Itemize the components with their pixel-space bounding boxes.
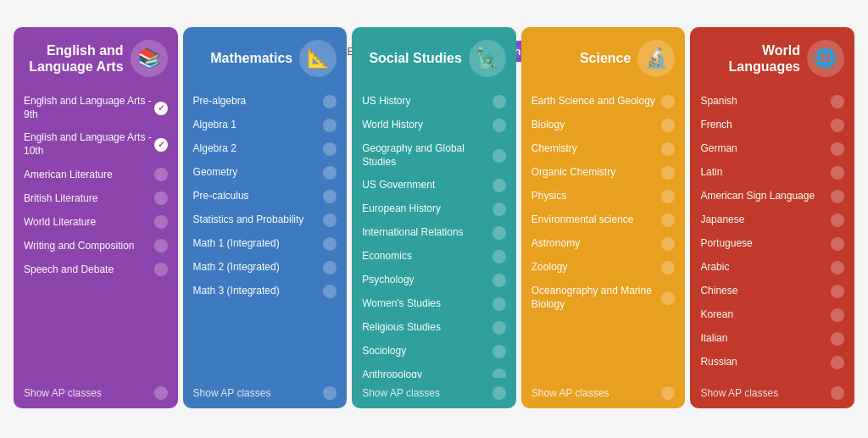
item-checkbox[interactable] bbox=[323, 166, 337, 180]
subject-item[interactable]: Spanish bbox=[690, 90, 854, 114]
item-checkbox[interactable] bbox=[831, 308, 844, 322]
subject-item[interactable]: English and Language Arts - 9th bbox=[14, 90, 178, 126]
item-checkbox[interactable] bbox=[323, 119, 337, 132]
item-checkbox[interactable] bbox=[323, 261, 337, 274]
subject-item[interactable]: Pre-algebra bbox=[183, 90, 348, 114]
subject-item[interactable]: Algebra 1 bbox=[183, 114, 348, 137]
ap-checkbox[interactable] bbox=[323, 386, 337, 400]
subject-item[interactable]: Anthropology bbox=[352, 363, 516, 378]
subject-item[interactable]: Religious Studies bbox=[352, 316, 516, 340]
item-checkbox[interactable] bbox=[831, 119, 844, 132]
subject-item[interactable]: Portuguese bbox=[690, 232, 854, 256]
col-footer-english[interactable]: Show AP classes bbox=[14, 378, 178, 408]
item-checkbox[interactable] bbox=[831, 190, 844, 203]
subject-item[interactable]: Russian bbox=[690, 351, 854, 374]
subject-item[interactable]: Physics bbox=[521, 185, 686, 208]
item-checkbox[interactable] bbox=[492, 149, 506, 163]
item-checkbox[interactable] bbox=[323, 237, 337, 251]
item-checkbox[interactable] bbox=[492, 297, 506, 311]
subject-item[interactable]: Sociology bbox=[352, 340, 516, 363]
ap-checkbox[interactable] bbox=[661, 386, 675, 400]
subject-item[interactable]: Math 3 (Integrated) bbox=[183, 280, 348, 303]
subject-item[interactable]: US History bbox=[352, 90, 516, 114]
item-checkbox[interactable] bbox=[661, 291, 675, 305]
subject-item[interactable]: Speech and Debate bbox=[14, 258, 178, 281]
item-checkbox[interactable] bbox=[323, 142, 337, 156]
item-checkbox[interactable] bbox=[831, 261, 844, 274]
subject-item[interactable]: Math 1 (Integrated) bbox=[183, 232, 348, 256]
subject-item[interactable]: Chemistry bbox=[521, 137, 686, 161]
subject-item[interactable]: Geography and Global Studies bbox=[352, 137, 516, 174]
subject-item[interactable]: Pre-calculus bbox=[183, 185, 348, 208]
subject-item[interactable]: Astronomy bbox=[521, 232, 686, 256]
subject-item[interactable]: British Literature bbox=[14, 186, 178, 210]
subject-item[interactable]: Japanese bbox=[690, 208, 854, 232]
subject-item[interactable]: Italian bbox=[690, 327, 854, 351]
subject-item[interactable]: Psychology bbox=[352, 269, 516, 292]
subject-item[interactable]: French bbox=[690, 114, 854, 137]
subject-item[interactable]: Statistics and Probability bbox=[183, 208, 348, 232]
col-footer-math[interactable]: Show AP classes bbox=[183, 378, 348, 408]
subject-item[interactable]: American Sign Language bbox=[690, 185, 854, 208]
item-checkbox[interactable] bbox=[154, 191, 168, 205]
item-checkbox[interactable] bbox=[492, 321, 506, 335]
item-checkbox[interactable] bbox=[492, 274, 506, 287]
subject-item[interactable]: Zoology bbox=[521, 256, 686, 280]
item-checkbox[interactable] bbox=[154, 263, 168, 276]
item-checkbox[interactable] bbox=[831, 285, 844, 298]
subject-item[interactable]: European History bbox=[352, 197, 516, 221]
subject-item[interactable]: Writing and Composition bbox=[14, 234, 178, 258]
item-checkbox[interactable] bbox=[661, 95, 675, 108]
item-checkbox[interactable] bbox=[831, 95, 844, 108]
item-checkbox[interactable] bbox=[661, 213, 675, 227]
item-checkbox[interactable] bbox=[154, 138, 168, 152]
item-checkbox[interactable] bbox=[831, 237, 844, 251]
item-checkbox[interactable] bbox=[661, 261, 675, 274]
item-checkbox[interactable] bbox=[492, 250, 506, 263]
item-checkbox[interactable] bbox=[323, 190, 337, 203]
item-checkbox[interactable] bbox=[154, 102, 168, 115]
subject-item[interactable]: Korean bbox=[690, 303, 854, 327]
item-checkbox[interactable] bbox=[154, 168, 168, 181]
item-checkbox[interactable] bbox=[323, 213, 337, 227]
subject-item[interactable]: Latin bbox=[690, 161, 854, 185]
subject-item[interactable]: Earth Science and Geology bbox=[521, 90, 686, 114]
item-checkbox[interactable] bbox=[154, 215, 168, 229]
col-footer-science[interactable]: Show AP classes bbox=[521, 378, 686, 408]
item-checkbox[interactable] bbox=[661, 142, 675, 156]
item-checkbox[interactable] bbox=[831, 166, 844, 180]
item-checkbox[interactable] bbox=[492, 345, 506, 358]
subject-item[interactable]: Arabic bbox=[690, 256, 854, 280]
subject-item[interactable]: American Literature bbox=[14, 163, 178, 186]
item-checkbox[interactable] bbox=[831, 332, 844, 346]
item-checkbox[interactable] bbox=[661, 166, 675, 180]
ap-checkbox[interactable] bbox=[492, 386, 506, 400]
ap-checkbox[interactable] bbox=[831, 386, 844, 400]
subject-item[interactable]: German bbox=[690, 137, 854, 161]
item-checkbox[interactable] bbox=[661, 237, 675, 251]
col-footer-world[interactable]: Show AP classes bbox=[690, 378, 854, 408]
subject-item[interactable]: Oceanography and Marine Biology bbox=[521, 280, 686, 316]
subject-item[interactable]: Geometry bbox=[183, 161, 348, 185]
subject-item[interactable]: Algebra 2 bbox=[183, 137, 348, 161]
item-checkbox[interactable] bbox=[492, 95, 506, 108]
item-checkbox[interactable] bbox=[492, 369, 506, 378]
item-checkbox[interactable] bbox=[323, 285, 337, 298]
item-checkbox[interactable] bbox=[492, 179, 506, 192]
item-checkbox[interactable] bbox=[661, 190, 675, 203]
subject-item[interactable]: Biology bbox=[521, 114, 686, 137]
item-checkbox[interactable] bbox=[831, 142, 844, 156]
item-checkbox[interactable] bbox=[323, 95, 337, 108]
item-checkbox[interactable] bbox=[492, 119, 506, 132]
item-checkbox[interactable] bbox=[154, 239, 168, 252]
subject-item[interactable]: Organic Chemistry bbox=[521, 161, 686, 185]
subject-item[interactable]: World Literature bbox=[14, 210, 178, 234]
item-checkbox[interactable] bbox=[831, 356, 844, 369]
col-footer-social[interactable]: Show AP classes bbox=[352, 378, 516, 408]
subject-item[interactable]: Math 2 (Integrated) bbox=[183, 256, 348, 280]
item-checkbox[interactable] bbox=[492, 202, 506, 216]
item-checkbox[interactable] bbox=[831, 213, 844, 227]
ap-checkbox[interactable] bbox=[154, 386, 168, 400]
subject-item[interactable]: Economics bbox=[352, 245, 516, 269]
item-checkbox[interactable] bbox=[661, 119, 675, 132]
